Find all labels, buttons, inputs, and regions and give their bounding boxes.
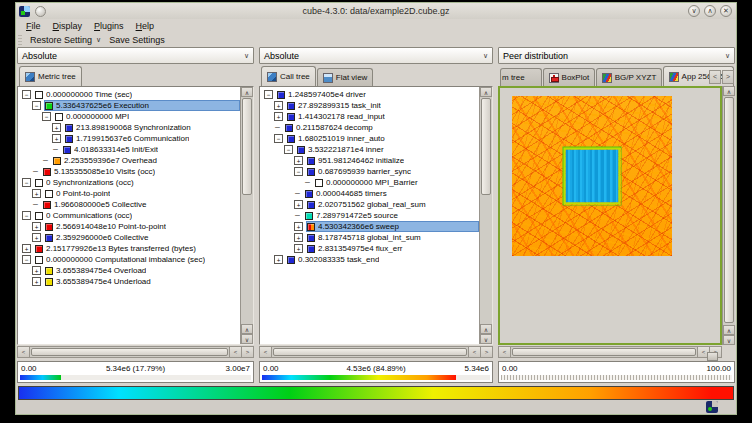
tree-expander-icon[interactable]: + (52, 123, 61, 132)
tree-row[interactable]: +2.151779926e13 Bytes transferred (bytes… (18, 243, 240, 254)
tree-row[interactable]: +8.178745718 global_int_sum (260, 232, 479, 243)
metric-tab-metric-tree[interactable]: Metric tree (19, 66, 82, 86)
scroll-up-icon[interactable]: ∧ (480, 87, 492, 97)
tab-scroll-right-icon[interactable]: > (722, 70, 734, 84)
tree-row[interactable]: −0.687695939 barrier_sync (260, 166, 479, 177)
tree-row[interactable]: −0.000000000 Computational imbalance (se… (18, 254, 240, 265)
tree-row[interactable]: −0.000000000 Time (sec) (18, 89, 240, 100)
scrollbar-thumb[interactable] (242, 98, 252, 195)
tree-row[interactable]: +2.359296000e6 Collective (18, 232, 240, 243)
scroll-down-icon[interactable]: ∨ (723, 335, 735, 345)
maximize-button[interactable]: ∧ (704, 5, 716, 17)
tree-item[interactable]: 1.248597405e4 driver (276, 89, 479, 100)
tree-row[interactable]: −1.680251019 inner_auto (260, 133, 479, 144)
tree-row[interactable]: +1.414302178 read_input (260, 111, 479, 122)
tree-item[interactable]: 0.000000000 MPI_Barrier (314, 177, 479, 188)
tree-expander-icon[interactable]: + (294, 233, 303, 242)
tree-item[interactable]: 0.000000000 Time (sec) (34, 89, 240, 100)
scroll-right-icon[interactable]: > (480, 347, 492, 357)
tree-expander-icon[interactable]: − (274, 134, 283, 143)
call-tab-call-tree[interactable]: Call tree (261, 66, 316, 86)
tree-row[interactable]: +27.892899315 task_init (260, 100, 479, 111)
scrollbar-thumb[interactable] (724, 97, 734, 323)
scroll-left-icon[interactable]: < (229, 347, 241, 357)
tree-item[interactable]: 2.359296000e6 Collective (44, 232, 240, 243)
tree-item[interactable]: 213.898190068 Synchronization (64, 122, 240, 133)
scroll-right-icon[interactable]: > (241, 347, 253, 357)
tab-scroll-left-icon[interactable]: < (709, 70, 721, 84)
menu-file[interactable]: File (20, 20, 47, 32)
tree-row[interactable]: −0.000000000 MPI (18, 111, 240, 122)
system-tab-m-tree[interactable]: m tree (500, 68, 542, 86)
save-settings-button[interactable]: Save Settings (105, 35, 169, 45)
tree-expander-icon[interactable]: − (264, 90, 273, 99)
tree-row[interactable]: +0 Point-to-point (18, 188, 240, 199)
tree-item[interactable]: 8.178745718 global_int_sum (306, 232, 479, 243)
tree-row[interactable]: −0 Communications (occ) (18, 210, 240, 221)
scroll-down-icon[interactable]: ∨ (480, 334, 492, 344)
tree-item[interactable]: 27.892899315 task_init (286, 100, 479, 111)
tree-item[interactable]: 5.135355085e10 Visits (occ) (42, 166, 240, 177)
call-horizontal-scrollbar[interactable]: < < > (259, 346, 493, 358)
tree-item[interactable]: 3.655389475e4 Underload (44, 276, 240, 287)
tree-row[interactable]: +0.302083335 task_end (260, 254, 479, 265)
scroll-up-icon[interactable]: ∧ (241, 87, 253, 97)
tree-expander-icon[interactable]: + (32, 277, 41, 286)
metric-horizontal-scrollbar[interactable]: < < > (17, 346, 254, 358)
tree-item[interactable]: 2.020751562 global_real_sum (306, 199, 479, 210)
tree-item[interactable]: 0.000000000 Computational imbalance (sec… (34, 254, 240, 265)
tree-row[interactable]: −3.532221871e4 inner (260, 144, 479, 155)
topology-view-frame[interactable] (498, 86, 722, 345)
tree-row[interactable]: –4.018633314e5 Init/Exit (18, 144, 240, 155)
tree-expander-icon[interactable]: + (294, 200, 303, 209)
scrollbar-thumb[interactable] (481, 98, 491, 195)
system-horizontal-scrollbar[interactable]: < < > (498, 346, 722, 358)
tree-expander-icon[interactable]: + (294, 156, 303, 165)
tree-item[interactable]: 951.981246462 initialize (306, 155, 479, 166)
tree-expander-icon[interactable]: + (32, 233, 41, 242)
system-vertical-scrollbar[interactable]: ∧ ∧ ∨ (722, 86, 735, 345)
resize-handle[interactable] (707, 352, 718, 361)
scroll-left-icon[interactable]: < (468, 347, 480, 357)
tree-item[interactable]: 0.000000000 MPI (54, 111, 240, 122)
tree-expander-icon[interactable]: − (32, 101, 41, 110)
metric-value-mode-combobox[interactable]: Absolute ∨ (17, 47, 254, 64)
tree-item[interactable]: 1.680251019 inner_auto (286, 133, 479, 144)
restore-setting-button[interactable]: Restore Setting (26, 35, 96, 45)
toolbar-drag-handle[interactable] (18, 35, 22, 45)
tree-row[interactable]: +213.898190068 Synchronization (18, 122, 240, 133)
tree-row[interactable]: –1.966080000e5 Collective (18, 199, 240, 210)
tree-row[interactable]: –5.135355085e10 Visits (occ) (18, 166, 240, 177)
tree-expander-icon[interactable]: + (32, 222, 41, 231)
scrollbar-thumb[interactable] (512, 348, 696, 356)
tree-expander-icon[interactable]: − (294, 167, 303, 176)
topology-heatmap[interactable] (512, 96, 672, 256)
tree-expander-icon[interactable]: − (22, 178, 31, 187)
tree-expander-icon[interactable]: − (42, 112, 51, 121)
tree-expander-icon[interactable]: + (22, 244, 31, 253)
scroll-down-icon[interactable]: ∨ (241, 334, 253, 344)
tree-row[interactable]: +1.719915637e6 Communication (18, 133, 240, 144)
tree-expander-icon[interactable]: + (294, 222, 303, 231)
tree-expander-icon[interactable]: + (274, 101, 283, 110)
scroll-left-icon[interactable]: < (260, 347, 272, 357)
tree-item[interactable]: 0 Communications (occ) (34, 210, 240, 221)
tree-expander-icon[interactable]: − (22, 211, 31, 220)
tree-expander-icon[interactable]: − (22, 90, 31, 99)
tree-expander-icon[interactable]: + (32, 266, 41, 275)
tree-item[interactable]: 0.000044685 timers (304, 188, 479, 199)
scroll-left-icon[interactable]: < (18, 347, 30, 357)
scroll-left-icon[interactable]: < (499, 347, 511, 357)
menu-help[interactable]: Help (130, 20, 161, 32)
tree-row[interactable]: +2.566914048e10 Point-to-point (18, 221, 240, 232)
tree-item[interactable]: 1.966080000e5 Collective (42, 199, 240, 210)
tree-item[interactable]: 3.655389475e4 Overload (44, 265, 240, 276)
tree-item[interactable]: 1.719915637e6 Communication (64, 133, 240, 144)
tree-row[interactable]: +2.831354975e4 flux_err (260, 243, 479, 254)
selected-tree-item[interactable]: 4.530342366e6 sweep (306, 221, 479, 232)
close-button[interactable]: ✕ (720, 5, 732, 17)
title-bar[interactable]: cube-4.3.0: data/example2D.cube.gz ∨ ∧ ✕ (16, 3, 736, 19)
tree-row[interactable]: +4.530342366e6 sweep (260, 221, 479, 232)
scrollbar-thumb[interactable] (31, 348, 228, 356)
scroll-up-icon[interactable]: ∧ (480, 324, 492, 334)
